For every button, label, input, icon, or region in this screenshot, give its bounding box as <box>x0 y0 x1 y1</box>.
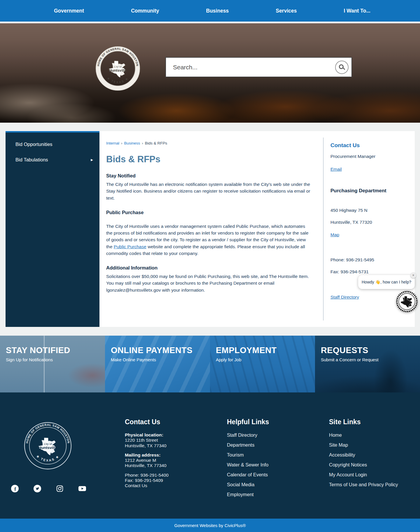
seal-city-of-text: City of <box>114 65 122 68</box>
footer-link-departments[interactable]: Departments <box>227 442 314 448</box>
page-title: Bids & RFPs <box>106 154 312 165</box>
footer-link-social-media[interactable]: Social Media <box>227 482 314 487</box>
footer-phone-block: Phone: 936-291-5400 Fax: 936-291-5409 Co… <box>125 473 204 489</box>
feature-title: ONLINE PAYMENTS <box>111 346 205 355</box>
chat-close-icon[interactable]: × <box>410 272 416 278</box>
search-button-ring <box>335 61 349 74</box>
footer-link-accessibility[interactable]: Accessibility <box>329 452 416 458</box>
address-line: Huntsville, TX 77340 <box>125 463 204 468</box>
section-heading: Additional Information <box>106 265 312 271</box>
sidebar-item-label: Bid Opportunities <box>15 142 52 147</box>
hero-banner: HOME OF GENERAL SAM HOUSTON ★ TEXAS ★ Ci… <box>0 23 420 123</box>
section-additional-information: Additional Information Solicitations ove… <box>106 265 312 293</box>
section-body: The City of Huntsville uses a vendor man… <box>106 223 312 257</box>
feature-stay-notified[interactable]: STAY NOTIFIED Sign Up for Notifications <box>0 336 105 392</box>
left-sidebar: Bid Opportunities Bid Tabulations ▶ <box>6 131 99 327</box>
feature-subtitle: Apply for Job <box>216 357 310 362</box>
footer-contact-heading: Contact Us <box>125 418 204 426</box>
sidebar-item-label: Bid Tabulations <box>15 157 48 163</box>
content-card: Internal›Business›Bids & RFPs Bids & RFP… <box>99 131 415 327</box>
feature-employment[interactable]: EMPLOYMENT Apply for Job <box>210 336 315 392</box>
address-line: Huntsville, TX 77340 <box>125 443 204 448</box>
chat-message: Howdy 👋, how can I help? <box>362 280 411 284</box>
sidebar-item-bid-tabulations[interactable]: Bid Tabulations ▶ <box>6 152 99 168</box>
breadcrumb-link-business[interactable]: Business <box>124 141 140 145</box>
fax-number: Fax: 936-294-5731 <box>330 269 410 274</box>
section-heading: Public Purchase <box>106 210 312 215</box>
chat-bubble[interactable]: Howdy 👋, how can I help? × <box>358 275 415 289</box>
breadcrumb-separator: › <box>121 141 123 145</box>
section-stay-notified: Stay Notified The City of Huntsville has… <box>106 173 312 201</box>
breadcrumb-link-internal[interactable]: Internal <box>106 141 119 145</box>
footer-helpful-links-column: Helpful Links Staff Directory Department… <box>227 418 314 502</box>
footer-link-copyright[interactable]: Copyright Notices <box>329 462 416 468</box>
bottom-bar: Government Websites by CivicPlus® <box>0 519 420 532</box>
footer-city-seal-logo: HOME OF GENERAL SAM HOUSTON ★ TEXAS ★ Ci… <box>24 422 72 470</box>
physical-location-label: Physical location: <box>125 432 204 438</box>
search-icon <box>339 64 344 69</box>
map-link[interactable]: Map <box>330 232 339 237</box>
phone-number: Phone: 936-291-5495 <box>330 257 410 263</box>
address-line: 1212 Avenue M <box>125 458 204 463</box>
city-seal-logo: HOME OF GENERAL SAM HOUSTON ★ TEXAS ★ Ci… <box>95 46 141 91</box>
search-input[interactable] <box>166 58 332 77</box>
breadcrumb-current: Bids & RFPs <box>145 141 167 145</box>
section-heading: Stay Notified <box>106 173 312 179</box>
footer: HOME OF GENERAL SAM HOUSTON ★ TEXAS ★ Ci… <box>0 392 420 519</box>
footer-contact-us-link[interactable]: Contact Us <box>125 483 204 488</box>
instagram-icon[interactable] <box>56 485 64 492</box>
nav-item-government[interactable]: Government <box>54 8 84 14</box>
footer-link-calendar[interactable]: Calendar of Events <box>227 472 314 478</box>
search-bar <box>165 57 352 77</box>
footer-link-employment[interactable]: Employment <box>227 492 314 497</box>
address-line: 1220 11th Street <box>125 438 204 443</box>
page: Government Community Business Services I… <box>0 0 420 532</box>
footer-fax: Fax: 936-291-5409 <box>125 478 204 483</box>
footer-contact-column: Contact Us Physical location: 1220 11th … <box>125 418 204 493</box>
feature-subtitle: Sign Up for Notifications <box>6 357 100 362</box>
public-purchase-link[interactable]: Public Purchase <box>114 244 146 249</box>
feature-title: EMPLOYMENT <box>216 346 310 355</box>
staff-directory-link[interactable]: Staff Directory <box>330 295 359 300</box>
youtube-icon[interactable] <box>78 485 86 492</box>
twitter-icon[interactable] <box>34 485 41 492</box>
search-button[interactable] <box>332 58 351 77</box>
footer-link-site-map[interactable]: Site Map <box>329 442 416 448</box>
email-link[interactable]: Email <box>330 167 342 172</box>
civicplus-credit[interactable]: Government Websites by CivicPlus® <box>174 523 246 528</box>
facebook-icon[interactable]: f <box>11 485 19 492</box>
footer-link-water-sewer[interactable]: Water & Sewer Info <box>227 462 314 468</box>
address-line-2: Huntsville, TX 77320 <box>330 220 410 225</box>
feature-requests[interactable]: REQUESTS Submit a Concern or Request <box>315 336 420 392</box>
chat-launcher-button[interactable] <box>396 291 418 312</box>
department-heading: Purchasing Department <box>330 188 410 194</box>
feature-title: REQUESTS <box>321 346 415 355</box>
section-body: Solicitations over $50,000 may be found … <box>106 273 312 293</box>
mailing-address-label: Mailing address: <box>125 452 204 458</box>
feature-subtitle: Submit a Concern or Request <box>321 357 415 362</box>
svg-text:f: f <box>14 486 16 492</box>
feature-online-payments[interactable]: ONLINE PAYMENTS Make Online Payments <box>105 336 210 392</box>
footer-link-tourism[interactable]: Tourism <box>227 452 314 458</box>
footer-site-links-column: Site Links Home Site Map Accessibility C… <box>329 418 416 492</box>
sidebar-item-bid-opportunities[interactable]: Bid Opportunities <box>6 137 99 152</box>
footer-link-terms-privacy[interactable]: Terms of Use and Privacy Policy <box>329 482 416 487</box>
social-icons: f <box>11 485 86 492</box>
footer-link-home[interactable]: Home <box>329 432 416 438</box>
nav-item-community[interactable]: Community <box>131 8 159 14</box>
nav-item-i-want-to[interactable]: I Want To... <box>344 8 370 14</box>
footer-link-staff-directory[interactable]: Staff Directory <box>227 432 314 438</box>
seal-huntsville-text: Huntsville <box>109 68 127 73</box>
nav-item-services[interactable]: Services <box>276 8 297 14</box>
footer-phone: Phone: 936-291-5400 <box>125 473 204 478</box>
site-links-heading: Site Links <box>329 418 416 426</box>
footer-link-account-login[interactable]: My Account Login <box>329 472 416 478</box>
feature-title: STAY NOTIFIED <box>6 346 100 355</box>
main-region: Bid Opportunities Bid Tabulations ▶ Inte… <box>0 123 420 336</box>
procurement-manager-label: Procurement Manager <box>330 154 410 159</box>
breadcrumb: Internal›Business›Bids & RFPs <box>106 141 312 145</box>
contact-us-heading: Contact Us <box>330 142 410 149</box>
nav-item-business[interactable]: Business <box>206 8 229 14</box>
chevron-right-icon: ▶ <box>91 158 93 161</box>
seal-bottom-text: ★ TEXAS ★ <box>36 454 60 462</box>
